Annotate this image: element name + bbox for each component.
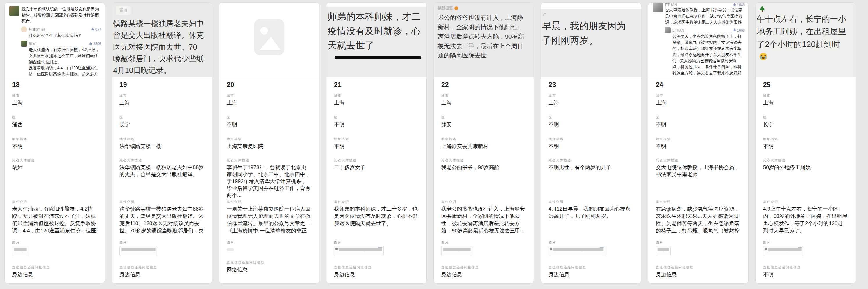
record-number: 25: [763, 81, 848, 89]
screenshot-text-line: 疫情没有及时就诊，心: [328, 24, 427, 39]
record-number: 19: [120, 81, 204, 89]
field-address: 地址描述 不明: [763, 137, 848, 150]
record-number: 22: [441, 81, 526, 89]
thumbnail-text-line: [121, 250, 156, 251]
field-value-deceased: 50岁的外地务工阿姨: [763, 164, 848, 198]
record-cover-screenshot[interactable]: 师弟的本科师妹，才二疫情没有及时就诊，心天就去世了: [327, 3, 427, 77]
record-cover-screenshot[interactable]: 鼠甜橙酱老公的爷爷也没有计入，上海静新村，全家阴的情况下他阳性。离酒店后差点转去…: [434, 3, 534, 77]
comment-header: ETHAN1008: [664, 27, 745, 33]
screenshot-text-line: 医无对接医院而去世。70: [113, 41, 212, 53]
image-thumbnail[interactable]: [334, 246, 384, 256]
field-label-direct: 直接信息还是间接信息: [334, 265, 419, 269]
record-cover-screenshot[interactable]: 置顶镇路某楼一楼独居老夫妇中曾是交大出版社翻译。休克医无对接医院而去世。70晚敲…: [112, 3, 212, 77]
record-cover-screenshot[interactable]: 早晨，我的朋友因为子刚刚两岁。: [541, 3, 641, 77]
field-image: 图片: [441, 240, 526, 256]
like-count[interactable]: 3506: [89, 41, 101, 46]
field-city: 城市 上海: [656, 94, 741, 107]
commenter-name: ETHAN: [672, 29, 684, 33]
field-label-district: 区: [656, 115, 741, 119]
image-thumbnail[interactable]: [12, 246, 29, 256]
image-thumbnail[interactable]: [441, 246, 472, 256]
record-card[interactable]: 20 城市 上海 区 不明 地址描述 上海某康复医院 死者大体描述 李昶生于19…: [219, 2, 319, 284]
screenshot-text-block: 午十点左右，长宁的一小地务工阿姨，在出租屋里了2个小时的120赶到时: [755, 3, 856, 77]
field-value-event: 老人住浦西，有陈旧性脑梗，4.2摔跤，女儿被封在浦东过不了江，妹妹们虽住浦西但也…: [12, 206, 97, 235]
comment-header: 敏宴3506: [21, 41, 101, 47]
comment-text: 苦等两天，坐在急诊角落的椅子上，打吊瓶、吸氧气（被封控的子女设法送去的，杯水车薪…: [672, 33, 745, 76]
field-value-deceased: 胡姓: [12, 164, 97, 198]
comment-header: ETHAN1048: [665, 3, 745, 7]
field-value-direct: 身边信息: [441, 271, 526, 278]
thumbnail-text-line: [554, 248, 603, 249]
field-value-city: 上海: [334, 99, 419, 107]
record-fields: 23 城市 上海 区 不明 地址描述 不明 死者大体描述 不明男性，有个两岁的儿…: [541, 77, 641, 278]
record-card[interactable]: 鼠甜橙酱老公的爷爷也没有计入，上海静新村，全家阴的情况下他阳性。离酒店后差点转去…: [433, 2, 534, 284]
field-label-image: 图片: [12, 240, 97, 244]
field-value-direct: 身边信息: [656, 271, 741, 278]
field-label-image: 图片: [227, 240, 312, 244]
like-count[interactable]: 977: [91, 27, 101, 32]
comment-body: 我几十年前就认识的一位胡姓朋友也是因为封控、核酸检测等原因没有得到及时救治而死亡…: [22, 6, 101, 24]
image-thumbnail[interactable]: [120, 246, 157, 256]
field-value-address: 不明: [334, 143, 419, 150]
thumbnail-text-line: [554, 252, 583, 252]
record-card[interactable]: 师弟的本科师妹，才二疫情没有及时就诊，心天就去世了 21 城市 上海 区 不明 …: [326, 2, 427, 284]
field-address: 地址描述 上海某康复医院: [227, 137, 312, 150]
record-number: 20: [227, 81, 312, 89]
record-card[interactable]: 置顶镇路某楼一楼独居老夫妇中曾是交大出版社翻译。休克医无对接医院而去世。70晚敲…: [112, 2, 212, 284]
thumbnail-avatar: [336, 248, 338, 250]
record-card[interactable]: ETHAN1048交大电院退休教授，上海书协会员，书法家吴中南老师在急诊病逝，缺…: [648, 2, 748, 284]
commenter-name: ETHAN: [665, 3, 677, 7]
image-thumbnail[interactable]: [227, 248, 234, 251]
field-value-city: 上海: [549, 99, 633, 107]
field-label-district: 区: [441, 115, 526, 119]
like-count[interactable]: 1048: [733, 3, 745, 7]
screenshot-text-line: 晚敲邻居门，央求代少些纸: [113, 53, 212, 64]
screenshot-text-line: 4月10日晚记录。: [113, 64, 212, 76]
record-card[interactable]: 我几十年前就认识的一位胡姓朋友也是因为封控、核酸检测等原因没有得到及时救治而死亡…: [4, 2, 105, 284]
field-label-image: 图片: [120, 240, 204, 244]
field-value-event: 法华镇路某楼一楼独居老夫妇中88岁的丈夫，曾经是交大出版社翻译。休克后110、1…: [120, 206, 204, 235]
field-value-city: 上海: [656, 99, 741, 107]
screenshot-text-line: 梗无法去三甲，最后在上个周日: [438, 41, 534, 51]
screenshot-text-lines: 午十点左右，长宁的一小地务工阿姨，在出租屋里了2个小时的120赶到时: [757, 13, 856, 50]
comment-text: 我几十年前就认识的一位胡姓朋友也是因为封控、核酸检测等原因没有得到及时救治而死亡…: [22, 6, 101, 24]
image-thumbnail[interactable]: [656, 246, 671, 256]
record-number: 18: [12, 81, 97, 89]
image-thumbnail[interactable]: [763, 246, 803, 256]
clipped-glyph: [543, 13, 547, 17]
record-cover-screenshot[interactable]: ETHAN1048交大电院退休教授，上海书协会员，书法家吴中南老师在急诊病逝，缺…: [648, 3, 748, 77]
commenter-name: 敏宴: [29, 41, 36, 46]
like-count[interactable]: 1008: [733, 28, 745, 33]
image-thumbnail[interactable]: [549, 246, 605, 256]
username-text: 鼠甜橙酱: [438, 5, 453, 11]
thumbnail-text-line: [443, 250, 471, 251]
field-label-image: 图片: [441, 240, 526, 244]
field-deceased-description: 死者大体描述 二十多岁女子: [334, 158, 419, 198]
record-card[interactable]: 早晨，我的朋友因为子刚刚两岁。 23 城市 上海 区 不明 地址描述 不明 死者…: [541, 2, 641, 284]
comment-reply-block: 敏宴3506老人住浦西，有陈旧性脑梗，4.2摔跤，女儿被封在浦东过不了江，妹妹们…: [21, 41, 101, 77]
record-card[interactable]: 午十点左右，长宁的一小地务工阿姨，在出租屋里了2个小时的120赶到时 25 城市…: [755, 2, 856, 284]
field-direct-or-indirect: 直接信息还是间接信息 身边信息: [441, 265, 526, 278]
record-cover-screenshot[interactable]: 午十点左右，长宁的一小地务工阿姨，在出租屋里了2个小时的120赶到时: [755, 3, 856, 77]
field-value-direct: 身边信息: [549, 271, 633, 278]
field-city: 城市 上海: [763, 94, 848, 107]
field-label-address: 地址描述: [120, 137, 204, 141]
screenshot-text-line: 曾是交大出版社翻译。休克: [113, 29, 212, 41]
field-label-city: 城市: [549, 94, 633, 98]
comment-reply-block: 柿油(作者)977什么时候？生了其他疾病吗？: [21, 26, 101, 39]
field-label-image: 图片: [763, 240, 848, 244]
comment-header: 柿油(作者)977: [21, 26, 101, 33]
field-value-deceased: 李昶生于1973年，曾就读于北京史家胡同小学、北京二中、北京四中，于1992年考…: [227, 164, 312, 198]
record-cover-screenshot[interactable]: [219, 3, 319, 77]
field-label-deceased: 死者大体描述: [227, 158, 312, 162]
screenshot-text-line: 新村，全家阴的情况下他阳性。: [438, 23, 534, 32]
record-cover-screenshot[interactable]: 我几十年前就认识的一位胡姓朋友也是因为封控、核酸检测等原因没有得到及时救治而死亡…: [5, 3, 105, 77]
placeholder-mountain: [259, 37, 281, 50]
field-label-deceased: 死者大体描述: [120, 158, 204, 162]
comment-text: 交大电院退休教授，上海书协会员，书法家吴中南老师在急诊病逝，缺少氧气等医疗资源，…: [665, 7, 745, 25]
field-address: 地址描述 不明: [12, 137, 97, 150]
field-value-address: 上海某康复医院: [227, 143, 312, 150]
comment-reply-block: ETHAN1008苦等两天，坐在急诊角落的椅子上，打吊瓶、吸氧气（被封控的子女设…: [664, 27, 745, 76]
commenter-name: 柿油(作者): [29, 27, 45, 32]
pine-tree-emoji: [760, 5, 765, 10]
